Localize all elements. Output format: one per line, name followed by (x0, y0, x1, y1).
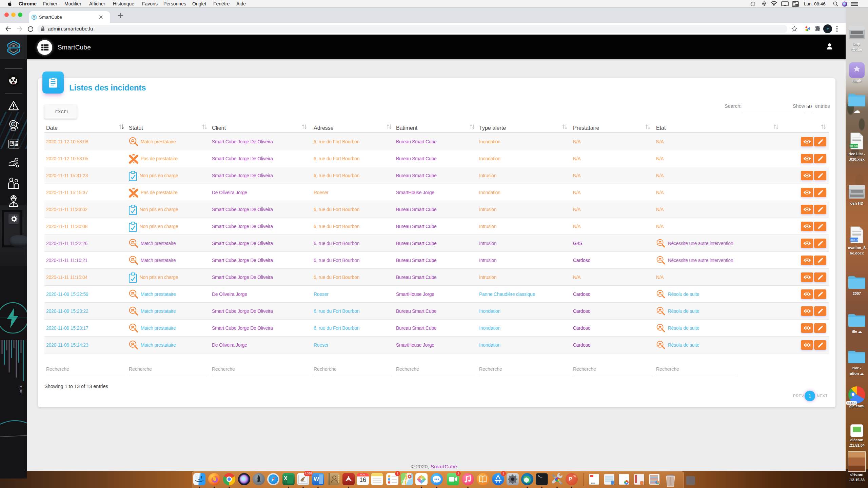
svg-text:XLSX: XLSX (850, 144, 858, 148)
svg-text:DOCX: DOCX (850, 238, 859, 242)
